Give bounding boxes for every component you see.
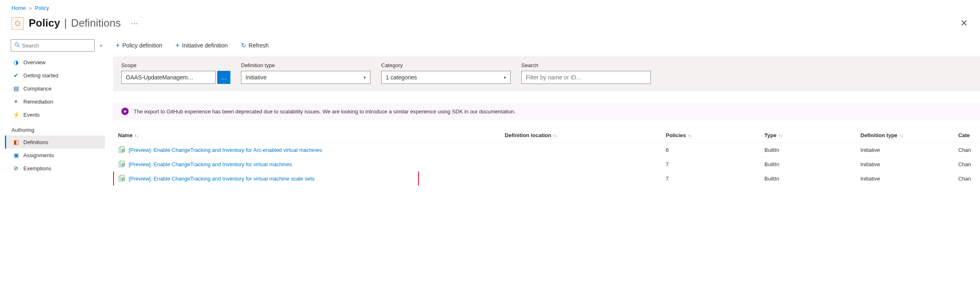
cell-type: BuiltIn (759, 172, 855, 186)
cell-policies: 6 (661, 143, 759, 158)
col-header-category[interactable]: Cate (953, 128, 980, 143)
svg-marker-0 (16, 21, 20, 26)
filter-label: Search (521, 62, 651, 68)
refresh-button[interactable]: ↻ Refresh (239, 40, 271, 51)
sidebar-item-label: Compliance (23, 86, 52, 92)
category-dropdown[interactable]: 1 categories ▾ (381, 71, 511, 84)
cell-category: Chan (953, 143, 980, 158)
sidebar-item-overview[interactable]: ◑ Overview (5, 56, 105, 69)
compliance-icon: ▤ (13, 85, 19, 92)
sidebar-item-label: Exemptions (23, 165, 51, 172)
cell-location (500, 172, 661, 186)
overview-icon: ◑ (13, 59, 19, 65)
more-actions-button[interactable]: ⋯ (126, 19, 138, 28)
content-area: + Policy definition + Initiative definit… (105, 37, 980, 186)
page-title-sub: Definitions (71, 17, 121, 29)
sidebar-search[interactable] (11, 39, 95, 52)
filter-category: Category 1 categories ▾ (381, 62, 511, 84)
collapse-sidebar-button[interactable]: « (98, 41, 104, 50)
dropdown-value: 1 categories (386, 74, 417, 81)
exemptions-icon: ⊘ (13, 165, 19, 172)
breadcrumb-policy[interactable]: Policy (35, 5, 49, 11)
sort-icon: ↑↓ (132, 133, 139, 138)
filter-scope: Scope OAAS-UpdateManagem… … (121, 62, 230, 84)
breadcrumb-home[interactable]: Home (11, 5, 26, 11)
col-header-location[interactable]: Definition location↑↓ (500, 128, 661, 143)
sidebar-item-exemptions[interactable]: ⊘ Exemptions (5, 162, 105, 175)
definition-link[interactable]: [Preview]: Enable ChangeTracking and Inv… (129, 176, 314, 182)
scope-picker-button[interactable]: … (217, 71, 230, 84)
toolbar: + Policy definition + Initiative definit… (113, 37, 980, 56)
filter-label: Category (381, 62, 511, 68)
svg-point-1 (15, 43, 18, 46)
dropdown-value: Initiative (246, 74, 266, 81)
sidebar-section-authoring: Authoring (5, 121, 105, 135)
banner-text: The export to GitHub experience has been… (134, 108, 516, 115)
events-icon: ⚡ (13, 111, 19, 118)
sidebar-search-input[interactable] (22, 43, 91, 49)
page-title: Policy | Definitions (29, 17, 121, 29)
sort-icon: ↑↓ (898, 133, 904, 138)
sidebar-item-remediation[interactable]: ✦ Remediation (5, 95, 105, 108)
definition-link[interactable]: [Preview]: Enable ChangeTracking and Inv… (129, 147, 322, 153)
col-header-policies[interactable]: Policies↑↓ (661, 128, 759, 143)
initiative-icon (118, 146, 125, 154)
filter-bar: Scope OAAS-UpdateManagem… … Definition t… (113, 56, 980, 91)
col-header-name[interactable]: Name↑↓ (113, 128, 500, 143)
definition-link[interactable]: [Preview]: Enable ChangeTracking and Inv… (129, 161, 292, 167)
breadcrumb: Home > Policy (0, 0, 980, 14)
info-banner: ➤ The export to GitHub experience has be… (113, 103, 980, 120)
assignments-icon: ▣ (13, 152, 19, 158)
definition-type-dropdown[interactable]: Initiative ▾ (241, 71, 371, 84)
close-button[interactable]: ✕ (960, 18, 970, 29)
refresh-icon: ↻ (241, 42, 246, 49)
cell-category: Chan (953, 157, 980, 172)
chevron-down-icon: ▾ (504, 75, 506, 80)
sort-icon: ↑↓ (686, 133, 692, 138)
toolbar-label: Refresh (249, 42, 269, 49)
search-icon (14, 42, 20, 49)
sidebar-item-assignments[interactable]: ▣ Assignments (5, 149, 105, 162)
page-title-main: Policy (29, 17, 60, 29)
info-icon: ➤ (120, 106, 130, 116)
plus-icon: + (116, 42, 120, 49)
filter-definition-type: Definition type Initiative ▾ (241, 62, 371, 84)
toolbar-label: Policy definition (123, 42, 162, 49)
page-title-row: Policy | Definitions ⋯ ✕ (0, 14, 980, 37)
svg-point-8 (122, 163, 125, 167)
initiative-icon (118, 160, 125, 168)
sidebar-item-events[interactable]: ⚡ Events (5, 108, 105, 121)
svg-point-5 (122, 149, 125, 152)
definitions-table: Name↑↓ Definition location↑↓ Policies↑↓ … (113, 128, 980, 186)
sidebar-item-label: Overview (23, 59, 45, 65)
cell-category: Chan (953, 172, 980, 186)
title-separator: | (64, 17, 68, 29)
svg-point-11 (122, 178, 125, 181)
sidebar-item-definitions[interactable]: ◧ Definitions (5, 135, 105, 149)
table-row[interactable]: [Preview]: Enable ChangeTracking and Inv… (113, 172, 980, 186)
remediation-icon: ✦ (13, 98, 19, 105)
policy-icon (11, 17, 24, 29)
cell-deftype: Initiative (855, 157, 953, 172)
scope-input[interactable]: OAAS-UpdateManagem… (121, 71, 216, 84)
sidebar-item-compliance[interactable]: ▤ Compliance (5, 82, 105, 95)
sidebar: « ◑ Overview ✔ Getting started ▤ Complia… (0, 37, 105, 186)
filter-search-input[interactable] (526, 71, 646, 84)
table-row[interactable]: [Preview]: Enable ChangeTracking and Inv… (113, 157, 980, 172)
chevron-down-icon: ▾ (364, 75, 366, 80)
sidebar-item-label: Events (23, 112, 40, 118)
sidebar-item-label: Assignments (23, 152, 54, 158)
sidebar-item-getting-started[interactable]: ✔ Getting started (5, 69, 105, 82)
sort-icon: ↑↓ (776, 133, 782, 138)
definitions-icon: ◧ (13, 139, 19, 145)
table-row[interactable]: [Preview]: Enable ChangeTracking and Inv… (113, 143, 980, 158)
sort-icon: ↑↓ (551, 133, 557, 138)
add-policy-definition-button[interactable]: + Policy definition (113, 40, 165, 51)
col-header-deftype[interactable]: Definition type↑↓ (855, 128, 953, 143)
chevron-right-icon: > (29, 6, 32, 11)
cell-policies: 7 (661, 157, 759, 172)
sidebar-item-label: Remediation (23, 99, 53, 105)
col-header-type[interactable]: Type↑↓ (759, 128, 855, 143)
add-initiative-definition-button[interactable]: + Initiative definition (173, 40, 230, 51)
svg-line-2 (18, 46, 19, 47)
